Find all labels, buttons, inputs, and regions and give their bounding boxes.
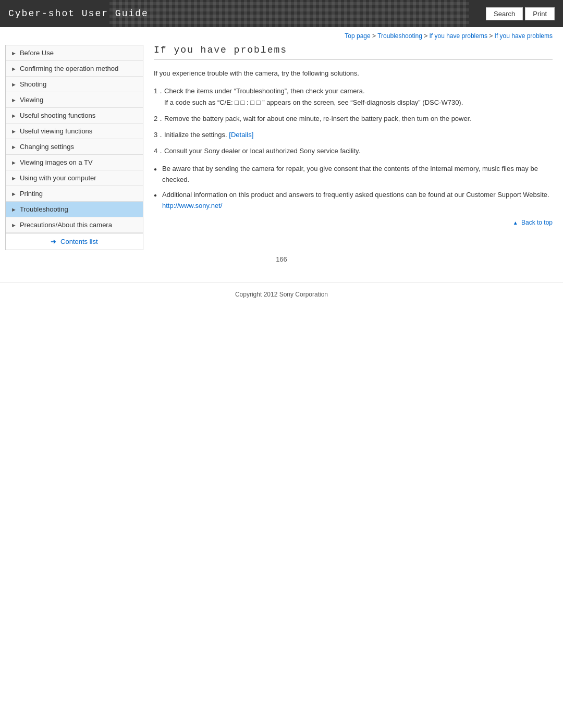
arrow-icon: ► xyxy=(11,97,17,103)
list-item-text: Consult your Sony dealer or local author… xyxy=(164,147,360,155)
arrow-icon: ► xyxy=(11,128,17,134)
arrow-icon: ► xyxy=(11,206,17,213)
list-item: 4． Consult your Sony dealer or local aut… xyxy=(154,146,553,157)
sidebar-item-label: Shooting xyxy=(20,80,46,88)
header-buttons: Search Print xyxy=(486,7,555,20)
app-title: Cyber-shot User Guide xyxy=(8,8,149,19)
list-number: 4． xyxy=(154,146,164,157)
bullet-text: Additional information on this product a… xyxy=(162,191,549,209)
page-number: 166 xyxy=(0,250,563,266)
copyright-text: Copyright 2012 Sony Corporation xyxy=(235,291,328,298)
sidebar-item-label: Viewing images on a TV xyxy=(20,158,93,166)
page-title: If you have problems xyxy=(154,45,553,60)
sidebar-item-viewing[interactable]: ► Viewing xyxy=(6,92,143,108)
arrow-icon: ► xyxy=(11,222,17,228)
sidebar: ► Before Use ► Confirming the operation … xyxy=(5,45,143,250)
arrow-icon: ► xyxy=(11,66,17,72)
back-to-top-link[interactable]: ▲ Back to top xyxy=(513,219,553,226)
list-item: Be aware that by sending the camera for … xyxy=(154,164,553,186)
arrow-icon: ► xyxy=(11,113,17,119)
sidebar-item-label: Useful viewing functions xyxy=(20,127,92,135)
search-button[interactable]: Search xyxy=(486,7,523,20)
footer: Copyright 2012 Sony Corporation xyxy=(0,282,563,306)
triangle-icon: ▲ xyxy=(513,220,518,226)
sidebar-item-precautions[interactable]: ► Precautions/About this camera xyxy=(6,217,143,233)
list-number: 1． xyxy=(154,86,164,97)
sidebar-item-before-use[interactable]: ► Before Use xyxy=(6,45,143,61)
main-content: If you have problems If you experience t… xyxy=(154,43,558,237)
breadcrumb-sep3: > xyxy=(489,32,494,40)
list-number: 3． xyxy=(154,130,164,141)
breadcrumb-sep2: > xyxy=(424,32,429,40)
sidebar-item-label: Troubleshooting xyxy=(20,205,68,213)
list-item: Additional information on this product a… xyxy=(154,190,553,212)
print-button[interactable]: Print xyxy=(525,7,555,20)
sidebar-item-shooting[interactable]: ► Shooting xyxy=(6,77,143,92)
sidebar-item-changing-settings[interactable]: ► Changing settings xyxy=(6,139,143,155)
details-link[interactable]: [Details] xyxy=(229,131,253,139)
sidebar-item-viewing-tv[interactable]: ► Viewing images on a TV xyxy=(6,155,143,170)
sidebar-item-label: Changing settings xyxy=(20,143,74,151)
list-item-text: Remove the battery pack, wait for about … xyxy=(164,115,471,122)
sidebar-item-label: Confirming the operation method xyxy=(20,65,118,72)
sidebar-item-label: Using with your computer xyxy=(20,174,96,182)
breadcrumb-top-page[interactable]: Top page xyxy=(345,32,370,40)
sidebar-footer: ➔ Contents list xyxy=(6,233,143,250)
list-item-subtext: If a code such as “C/E: □ □ : □ □ ” appe… xyxy=(164,97,553,108)
breadcrumb-if-problems[interactable]: If you have problems xyxy=(430,32,487,40)
list-item-text: Check the items under “Troubleshooting”,… xyxy=(164,87,553,109)
arrow-right-icon: ➔ xyxy=(51,238,56,245)
sidebar-item-label: Useful shooting functions xyxy=(20,112,95,119)
list-number: 2． xyxy=(154,114,164,125)
sidebar-item-label: Printing xyxy=(20,190,43,198)
page-layout: ► Before Use ► Confirming the operation … xyxy=(0,43,563,250)
sidebar-item-label: Before Use xyxy=(20,49,54,57)
arrow-icon: ► xyxy=(11,191,17,197)
header: Cyber-shot User Guide Search Print xyxy=(0,0,563,27)
header-pattern xyxy=(109,0,469,27)
sony-website-link[interactable]: http://www.sony.net/ xyxy=(162,202,222,209)
arrow-icon: ► xyxy=(11,50,17,56)
bullet-text: Be aware that by sending the camera for … xyxy=(162,165,538,183)
breadcrumb: Top page > Troubleshooting > If you have… xyxy=(0,27,563,43)
numbered-list: 1． Check the items under “Troubleshootin… xyxy=(154,86,553,157)
sidebar-item-useful-viewing[interactable]: ► Useful viewing functions xyxy=(6,124,143,139)
list-item: 1． Check the items under “Troubleshootin… xyxy=(154,86,553,109)
breadcrumb-troubleshooting[interactable]: Troubleshooting xyxy=(377,32,422,40)
list-item: 2． Remove the battery pack, wait for abo… xyxy=(154,114,553,125)
contents-list-link[interactable]: ➔ Contents list xyxy=(51,238,97,245)
intro-text: If you experience trouble with the camer… xyxy=(154,68,553,79)
bullet-list: Be aware that by sending the camera for … xyxy=(154,164,553,211)
arrow-icon: ► xyxy=(11,144,17,150)
arrow-icon: ► xyxy=(11,81,17,88)
sidebar-item-useful-shooting[interactable]: ► Useful shooting functions xyxy=(6,108,143,124)
arrow-icon: ► xyxy=(11,159,17,166)
list-item: 3． Initialize the settings. [Details] xyxy=(154,130,553,141)
sidebar-item-printing[interactable]: ► Printing xyxy=(6,186,143,202)
sidebar-item-computer[interactable]: ► Using with your computer xyxy=(6,170,143,186)
list-item-text: Initialize the settings. [Details] xyxy=(164,131,253,139)
sidebar-item-confirming[interactable]: ► Confirming the operation method xyxy=(6,61,143,77)
back-to-top: ▲ Back to top xyxy=(154,219,553,226)
breadcrumb-sep1: > xyxy=(372,32,377,40)
sidebar-item-label: Precautions/About this camera xyxy=(20,221,112,229)
breadcrumb-current[interactable]: If you have problems xyxy=(495,32,553,40)
arrow-icon: ► xyxy=(11,175,17,181)
sidebar-item-label: Viewing xyxy=(20,96,43,104)
sidebar-item-troubleshooting[interactable]: ► Troubleshooting xyxy=(6,202,143,217)
